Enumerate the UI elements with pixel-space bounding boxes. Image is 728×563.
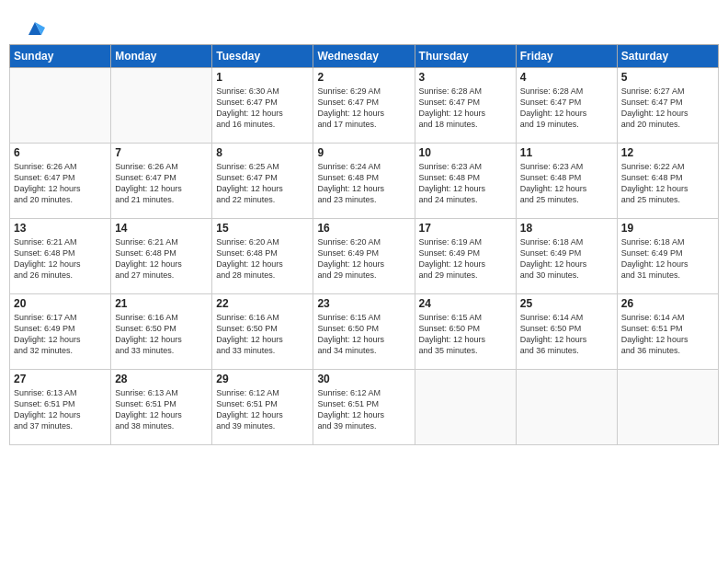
day-number: 8 xyxy=(216,146,309,159)
calendar-cell xyxy=(617,370,718,445)
calendar-cell xyxy=(516,370,617,445)
calendar-cell: 9Sunrise: 6:24 AM Sunset: 6:48 PM Daylig… xyxy=(313,144,415,219)
day-number: 2 xyxy=(317,71,410,84)
cell-info: Sunrise: 6:12 AM Sunset: 6:51 PM Dayligh… xyxy=(317,387,410,432)
calendar-cell: 18Sunrise: 6:18 AM Sunset: 6:49 PM Dayli… xyxy=(516,219,617,294)
page-header xyxy=(9,9,719,40)
calendar-cell: 12Sunrise: 6:22 AM Sunset: 6:48 PM Dayli… xyxy=(617,144,718,219)
calendar-cell: 15Sunrise: 6:20 AM Sunset: 6:48 PM Dayli… xyxy=(212,219,313,294)
calendar-cell: 5Sunrise: 6:27 AM Sunset: 6:47 PM Daylig… xyxy=(617,68,718,144)
day-number: 13 xyxy=(14,222,107,235)
calendar-cell xyxy=(10,68,111,144)
day-header-tuesday: Tuesday xyxy=(212,45,313,68)
calendar-cell: 21Sunrise: 6:16 AM Sunset: 6:50 PM Dayli… xyxy=(111,294,212,370)
cell-info: Sunrise: 6:21 AM Sunset: 6:48 PM Dayligh… xyxy=(14,236,107,282)
cell-info: Sunrise: 6:19 AM Sunset: 6:49 PM Dayligh… xyxy=(419,236,512,282)
cell-info: Sunrise: 6:18 AM Sunset: 6:49 PM Dayligh… xyxy=(621,236,714,282)
cell-info: Sunrise: 6:26 AM Sunset: 6:47 PM Dayligh… xyxy=(115,161,208,206)
calendar-cell: 10Sunrise: 6:23 AM Sunset: 6:48 PM Dayli… xyxy=(415,144,516,219)
calendar-week-row: 20Sunrise: 6:17 AM Sunset: 6:49 PM Dayli… xyxy=(10,294,719,370)
day-number: 18 xyxy=(520,222,613,235)
day-number: 22 xyxy=(216,297,309,310)
day-number: 5 xyxy=(621,71,714,84)
cell-info: Sunrise: 6:23 AM Sunset: 6:48 PM Dayligh… xyxy=(419,161,512,206)
day-number: 17 xyxy=(419,222,512,235)
calendar-week-row: 13Sunrise: 6:21 AM Sunset: 6:48 PM Dayli… xyxy=(10,219,719,294)
calendar-cell: 2Sunrise: 6:29 AM Sunset: 6:47 PM Daylig… xyxy=(313,68,415,144)
cell-info: Sunrise: 6:15 AM Sunset: 6:50 PM Dayligh… xyxy=(419,312,512,357)
calendar-cell: 3Sunrise: 6:28 AM Sunset: 6:47 PM Daylig… xyxy=(415,68,516,144)
cell-info: Sunrise: 6:22 AM Sunset: 6:48 PM Dayligh… xyxy=(621,161,714,206)
day-header-friday: Friday xyxy=(516,45,617,68)
calendar-cell: 6Sunrise: 6:26 AM Sunset: 6:47 PM Daylig… xyxy=(10,144,111,219)
day-number: 30 xyxy=(317,373,410,385)
logo xyxy=(23,18,45,35)
cell-info: Sunrise: 6:13 AM Sunset: 6:51 PM Dayligh… xyxy=(115,387,208,432)
day-number: 25 xyxy=(520,297,613,310)
day-number: 28 xyxy=(115,373,208,385)
cell-info: Sunrise: 6:16 AM Sunset: 6:50 PM Dayligh… xyxy=(216,312,309,357)
calendar-cell xyxy=(111,68,212,144)
cell-info: Sunrise: 6:13 AM Sunset: 6:51 PM Dayligh… xyxy=(14,387,107,432)
day-header-sunday: Sunday xyxy=(10,45,111,68)
calendar-cell: 13Sunrise: 6:21 AM Sunset: 6:48 PM Dayli… xyxy=(10,219,111,294)
cell-info: Sunrise: 6:28 AM Sunset: 6:47 PM Dayligh… xyxy=(520,86,613,131)
day-number: 11 xyxy=(520,146,613,159)
calendar-week-row: 1Sunrise: 6:30 AM Sunset: 6:47 PM Daylig… xyxy=(10,68,719,144)
calendar-cell: 30Sunrise: 6:12 AM Sunset: 6:51 PM Dayli… xyxy=(313,370,415,445)
calendar-cell: 23Sunrise: 6:15 AM Sunset: 6:50 PM Dayli… xyxy=(313,294,415,370)
day-number: 21 xyxy=(115,297,208,310)
calendar-cell: 4Sunrise: 6:28 AM Sunset: 6:47 PM Daylig… xyxy=(516,68,617,144)
day-number: 23 xyxy=(317,297,410,310)
day-number: 1 xyxy=(216,71,309,84)
day-number: 15 xyxy=(216,222,309,235)
calendar-cell: 28Sunrise: 6:13 AM Sunset: 6:51 PM Dayli… xyxy=(111,370,212,445)
calendar-cell: 11Sunrise: 6:23 AM Sunset: 6:48 PM Dayli… xyxy=(516,144,617,219)
cell-info: Sunrise: 6:18 AM Sunset: 6:49 PM Dayligh… xyxy=(520,236,613,282)
day-number: 20 xyxy=(14,297,107,310)
cell-info: Sunrise: 6:23 AM Sunset: 6:48 PM Dayligh… xyxy=(520,161,613,206)
cell-info: Sunrise: 6:25 AM Sunset: 6:47 PM Dayligh… xyxy=(216,161,309,206)
calendar-week-row: 27Sunrise: 6:13 AM Sunset: 6:51 PM Dayli… xyxy=(10,370,719,445)
day-number: 24 xyxy=(419,297,512,310)
cell-info: Sunrise: 6:16 AM Sunset: 6:50 PM Dayligh… xyxy=(115,312,208,357)
day-number: 12 xyxy=(621,146,714,159)
cell-info: Sunrise: 6:21 AM Sunset: 6:48 PM Dayligh… xyxy=(115,236,208,282)
cell-info: Sunrise: 6:29 AM Sunset: 6:47 PM Dayligh… xyxy=(317,86,410,131)
cell-info: Sunrise: 6:26 AM Sunset: 6:47 PM Dayligh… xyxy=(14,161,107,206)
calendar-cell: 7Sunrise: 6:26 AM Sunset: 6:47 PM Daylig… xyxy=(111,144,212,219)
calendar-cell: 26Sunrise: 6:14 AM Sunset: 6:51 PM Dayli… xyxy=(617,294,718,370)
cell-info: Sunrise: 6:14 AM Sunset: 6:50 PM Dayligh… xyxy=(520,312,613,357)
cell-info: Sunrise: 6:27 AM Sunset: 6:47 PM Dayligh… xyxy=(621,86,714,131)
day-number: 19 xyxy=(621,222,714,235)
day-number: 26 xyxy=(621,297,714,310)
day-number: 7 xyxy=(115,146,208,159)
calendar-cell: 27Sunrise: 6:13 AM Sunset: 6:51 PM Dayli… xyxy=(10,370,111,445)
calendar-table: SundayMondayTuesdayWednesdayThursdayFrid… xyxy=(9,44,719,445)
calendar-cell: 14Sunrise: 6:21 AM Sunset: 6:48 PM Dayli… xyxy=(111,219,212,294)
cell-info: Sunrise: 6:17 AM Sunset: 6:49 PM Dayligh… xyxy=(14,312,107,357)
day-number: 14 xyxy=(115,222,208,235)
calendar-cell: 22Sunrise: 6:16 AM Sunset: 6:50 PM Dayli… xyxy=(212,294,313,370)
cell-info: Sunrise: 6:28 AM Sunset: 6:47 PM Dayligh… xyxy=(419,86,512,131)
logo-icon xyxy=(25,18,45,39)
calendar-cell: 19Sunrise: 6:18 AM Sunset: 6:49 PM Dayli… xyxy=(617,219,718,294)
day-number: 27 xyxy=(14,373,107,385)
day-number: 10 xyxy=(419,146,512,159)
calendar-cell: 16Sunrise: 6:20 AM Sunset: 6:49 PM Dayli… xyxy=(313,219,415,294)
calendar-week-row: 6Sunrise: 6:26 AM Sunset: 6:47 PM Daylig… xyxy=(10,144,719,219)
calendar-header-row: SundayMondayTuesdayWednesdayThursdayFrid… xyxy=(10,45,719,68)
calendar-cell: 1Sunrise: 6:30 AM Sunset: 6:47 PM Daylig… xyxy=(212,68,313,144)
cell-info: Sunrise: 6:20 AM Sunset: 6:49 PM Dayligh… xyxy=(317,236,410,282)
day-number: 3 xyxy=(419,71,512,84)
day-number: 6 xyxy=(14,146,107,159)
calendar-cell: 17Sunrise: 6:19 AM Sunset: 6:49 PM Dayli… xyxy=(415,219,516,294)
cell-info: Sunrise: 6:20 AM Sunset: 6:48 PM Dayligh… xyxy=(216,236,309,282)
calendar-cell: 24Sunrise: 6:15 AM Sunset: 6:50 PM Dayli… xyxy=(415,294,516,370)
calendar-cell: 20Sunrise: 6:17 AM Sunset: 6:49 PM Dayli… xyxy=(10,294,111,370)
cell-info: Sunrise: 6:15 AM Sunset: 6:50 PM Dayligh… xyxy=(317,312,410,357)
day-header-saturday: Saturday xyxy=(617,45,718,68)
day-header-wednesday: Wednesday xyxy=(313,45,415,68)
day-number: 9 xyxy=(317,146,410,159)
day-header-monday: Monday xyxy=(111,45,212,68)
